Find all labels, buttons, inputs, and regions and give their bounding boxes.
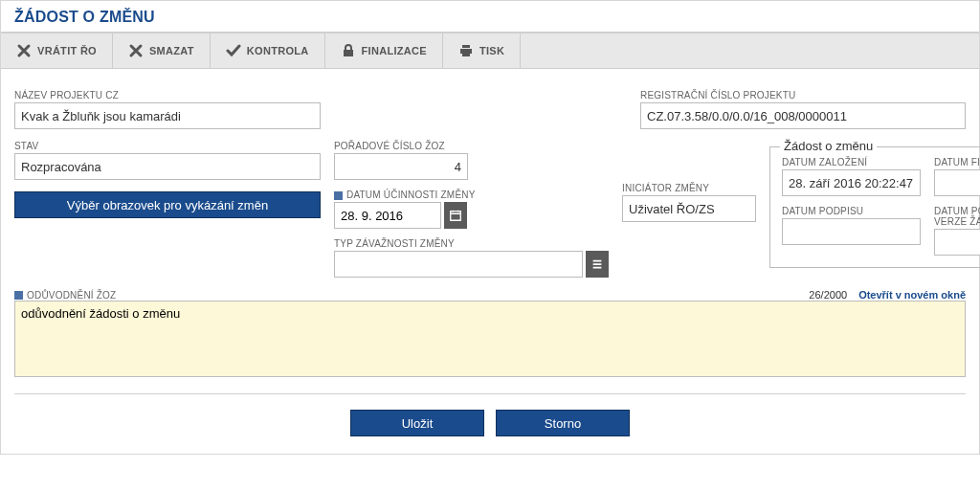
x-icon [128, 43, 144, 58]
reg-cislo-field: CZ.07.3.58/0.0/0.0/16_008/0000011 [640, 102, 966, 129]
storno-button[interactable]: Storno [496, 410, 630, 436]
typ-zavaznosti-label: TYP ZÁVAŽNOSTI ZMĚNY [334, 238, 609, 249]
ulozit-button[interactable]: Uložit [350, 410, 484, 436]
print-icon [458, 43, 474, 58]
toolbar-label: FINALIZACE [362, 45, 427, 56]
smazat-button[interactable]: SMAZAT [113, 33, 211, 68]
finalizace-button[interactable]: FINALIZACE [325, 33, 443, 68]
check-icon [226, 43, 241, 58]
stav-field: Rozpracována [14, 153, 321, 180]
poradove-label: POŘADOVÉ ČÍSLO ŽOZ [334, 141, 609, 151]
divider [14, 393, 966, 394]
lock-icon [341, 43, 356, 58]
oduvodneni-textarea[interactable] [14, 301, 966, 377]
typ-zavaznosti-field [334, 251, 583, 278]
vyber-obrazovek-button[interactable]: Výběr obrazovek pro vykázání změn [14, 191, 321, 218]
tisk-button[interactable]: TISK [443, 33, 521, 68]
vratit-ro-button[interactable]: VRÁTIT ŘO [1, 33, 113, 68]
toolbar-label: SMAZAT [149, 45, 194, 56]
stav-label: STAV [14, 141, 321, 151]
nazev-projektu-field: Kvak a Žbluňk jsou kamarádi [14, 102, 321, 129]
toolbar: VRÁTIT ŘO SMAZAT KONTROLA FINALIZACE TIS… [1, 33, 979, 69]
datum-podpisu-label: DATUM PODPISU [782, 206, 921, 216]
oduvodneni-label: ODŮVODNĚNÍ ŽOZ [14, 290, 116, 301]
calendar-icon[interactable] [444, 202, 467, 229]
poradove-field: 4 [334, 153, 468, 180]
toolbar-label: KONTROLA [247, 45, 309, 56]
iniciator-field: Uživatel ŘO/ZS [622, 195, 756, 222]
x-icon [16, 43, 32, 58]
list-icon[interactable] [586, 251, 609, 278]
datum-zalozeni-field: 28. září 2016 20:22:47 [782, 169, 921, 196]
datum-zalozeni-label: DATUM ZALOŽENÍ [782, 157, 921, 167]
datum-ucinnosti-label: DATUM ÚČINNOSTI ZMĚNY [334, 190, 609, 200]
zadost-o-zmenu-box: Žádost o změnu DATUM ZALOŽENÍ 28. září 2… [769, 146, 980, 268]
toolbar-label: VRÁTIT ŘO [37, 45, 97, 56]
datum-finalizace-field [934, 169, 980, 196]
toolbar-label: TISK [479, 45, 504, 56]
kontrola-button[interactable]: KONTROLA [211, 33, 325, 68]
datum-ucinnosti-input[interactable] [334, 202, 441, 229]
nazev-projektu-label: NÁZEV PROJEKTU CZ [14, 90, 627, 100]
page-title: ŽÁDOST O ZMĚNU [1, 1, 979, 33]
datum-podpisu-field [782, 218, 921, 245]
form-area: NÁZEV PROJEKTU CZ Kvak a Žbluňk jsou kam… [1, 69, 979, 454]
iniciator-label: INICIÁTOR ZMĚNY [622, 183, 756, 193]
datum-finalizace-label: DATUM FINALIZACE [934, 157, 980, 167]
char-count: 26/2000 [809, 289, 858, 301]
form-actions: Uložit Storno [14, 402, 966, 444]
datum-podani-label: DATUM PODÁNÍ AKTUÁLNÍ VERZE ŽÁDOSTI [934, 206, 980, 227]
open-new-window-link[interactable]: Otevřít v novém okně [858, 289, 966, 301]
datum-podani-field [934, 229, 980, 256]
zadost-legend: Žádost o změnu [780, 139, 877, 153]
reg-cislo-label: REGISTRAČNÍ ČÍSLO PROJEKTU [640, 90, 966, 100]
